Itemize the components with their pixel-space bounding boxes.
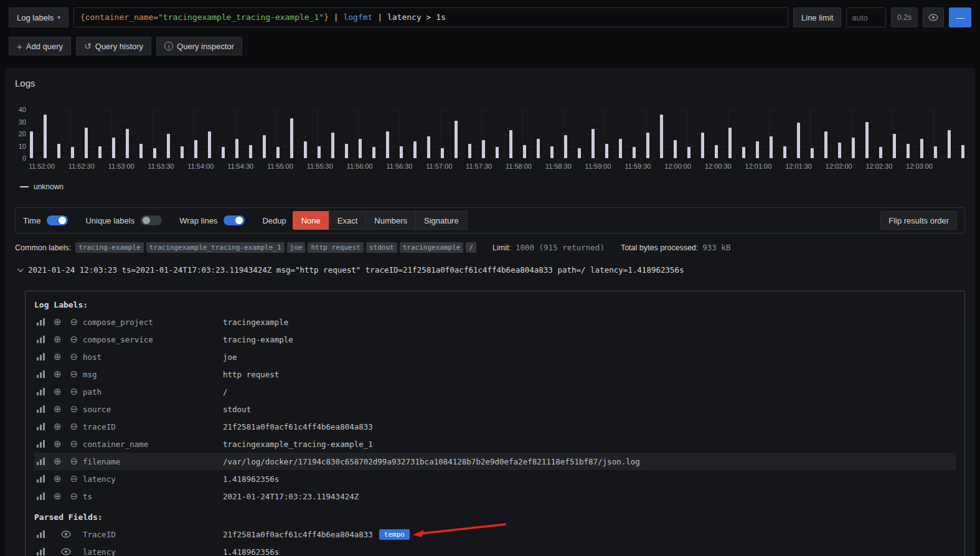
chart-bar [44, 115, 47, 158]
filter-for-icon[interactable]: ⊕ [54, 492, 62, 501]
chart-bar [263, 135, 266, 158]
dedup-option-none[interactable]: None [293, 211, 329, 230]
toggle-time[interactable] [47, 215, 68, 225]
field-name: container_name [83, 440, 223, 449]
stats-icon[interactable] [37, 423, 45, 430]
stats-icon[interactable] [37, 388, 45, 395]
filter-out-icon[interactable]: ⊖ [70, 492, 78, 501]
row-actions: ⊕ ⊖ [34, 387, 83, 397]
toggle-wrap-lines[interactable] [224, 215, 245, 225]
filter-out-icon[interactable]: ⊖ [70, 335, 78, 344]
query-history-button[interactable]: ↺ Query history [76, 37, 151, 55]
add-query-button[interactable]: + Add query [9, 37, 71, 55]
chart-bar [57, 144, 60, 158]
chart-bar [194, 140, 197, 158]
filter-for-icon[interactable]: ⊕ [54, 387, 62, 397]
filter-for-icon[interactable]: ⊕ [54, 352, 62, 362]
stats-icon[interactable] [37, 548, 45, 555]
stats-icon[interactable] [37, 458, 45, 465]
x-tick-label: 11:58:30 [545, 163, 572, 170]
chart-bar [824, 131, 827, 158]
field-value: 21f2581a0f0acf61c4ff4b6ea804a833 [223, 530, 373, 539]
filter-out-icon[interactable]: ⊖ [70, 405, 78, 414]
log-labels-label: Log labels [17, 13, 54, 22]
eye-icon [928, 14, 938, 21]
chart-bar [961, 145, 964, 158]
live-tail-eye-button[interactable] [923, 7, 944, 27]
chart-bar [290, 118, 293, 158]
filter-for-icon[interactable]: ⊕ [54, 370, 62, 379]
stats-icon[interactable] [37, 492, 45, 500]
split-pane-minus-button[interactable]: — [949, 7, 971, 27]
line-limit-input[interactable] [846, 7, 886, 27]
filter-out-icon[interactable]: ⊖ [70, 387, 78, 397]
filter-for-icon[interactable]: ⊕ [54, 335, 62, 344]
query-segment: "tracingexample_tracing-example_1" [158, 12, 324, 22]
stats-icon[interactable] [37, 370, 45, 378]
logs-meta-row: Common labels: tracing-exampletracingexa… [15, 242, 965, 253]
chart-bar [71, 147, 74, 158]
chart-bar [578, 148, 581, 158]
field-name: TraceID [83, 530, 223, 539]
chart-bar [770, 136, 773, 158]
filter-out-icon[interactable]: ⊖ [70, 370, 78, 379]
x-tick-label: 11:57:00 [426, 163, 452, 170]
filter-for-icon[interactable]: ⊕ [54, 474, 62, 484]
stats-icon[interactable] [37, 405, 45, 413]
tempo-link-button[interactable]: tempo [379, 529, 410, 540]
toggle-unique-labels[interactable] [141, 215, 162, 225]
chart-bar [550, 146, 554, 159]
filter-out-icon[interactable]: ⊖ [70, 352, 78, 362]
row-actions: ⊕ ⊖ [34, 352, 83, 362]
chart-bar [948, 130, 951, 158]
stats-icon[interactable] [37, 440, 45, 448]
filter-for-icon[interactable]: ⊕ [54, 422, 62, 431]
filter-out-icon[interactable]: ⊖ [70, 474, 78, 484]
dedup-option-signature[interactable]: Signature [415, 211, 468, 230]
chart-bar [427, 136, 430, 158]
chart-bar [687, 147, 690, 158]
x-tick-label: 11:59:30 [624, 163, 651, 170]
chart-bar [564, 135, 567, 158]
query-input[interactable]: {container_name="tracingexample_tracing-… [73, 7, 788, 27]
stats-icon[interactable] [37, 336, 45, 343]
field-name: path [83, 387, 223, 397]
x-tick-label: 12:03:00 [906, 163, 933, 170]
query-segment: | [329, 12, 343, 22]
filter-for-icon[interactable]: ⊕ [54, 318, 62, 327]
info-icon: i [164, 42, 173, 50]
stats-icon[interactable] [37, 318, 45, 326]
query-inspector-button[interactable]: i Query inspector [156, 37, 242, 55]
chart-bar [701, 133, 704, 158]
stats-icon[interactable] [37, 353, 45, 360]
filter-for-icon[interactable]: ⊕ [54, 457, 62, 466]
filter-out-icon[interactable]: ⊖ [70, 440, 78, 449]
legend-series-label[interactable]: unknown [34, 182, 64, 191]
dedup-option-exact[interactable]: Exact [329, 211, 367, 230]
x-tick-label: 11:52:30 [68, 163, 95, 170]
chart-bar [455, 121, 458, 158]
row-actions: ⊕ ⊖ [34, 457, 83, 466]
eye-icon[interactable] [61, 548, 71, 555]
common-labels-label: Common labels: [15, 243, 71, 252]
filter-out-icon[interactable]: ⊖ [70, 318, 78, 327]
filter-out-icon[interactable]: ⊖ [70, 457, 78, 466]
chart-bar [605, 144, 608, 158]
log-labels-dropdown[interactable]: Log labels ▾ [9, 7, 68, 27]
chart-bar [441, 148, 444, 158]
filter-out-icon[interactable]: ⊖ [70, 422, 78, 431]
flip-results-order-button[interactable]: Flip results order [880, 211, 957, 230]
chart-bar [674, 140, 677, 158]
filter-for-icon[interactable]: ⊕ [54, 440, 62, 449]
line-limit-label: Line limit [801, 13, 833, 22]
dedup-option-numbers[interactable]: Numbers [365, 211, 416, 230]
bytes-label: Total bytes processed: [621, 243, 698, 252]
filter-for-icon[interactable]: ⊕ [54, 405, 62, 414]
stats-icon[interactable] [37, 530, 45, 538]
log-label-row: ⊕ ⊖ source stdout [34, 400, 956, 418]
eye-icon[interactable] [61, 530, 71, 538]
log-row[interactable]: 2021-01-24 12:03:23 ts=2021-01-24T17:03:… [15, 265, 965, 275]
line-limit-button[interactable]: Line limit [793, 7, 841, 27]
stats-icon[interactable] [37, 475, 45, 483]
field-value: / [223, 387, 228, 397]
